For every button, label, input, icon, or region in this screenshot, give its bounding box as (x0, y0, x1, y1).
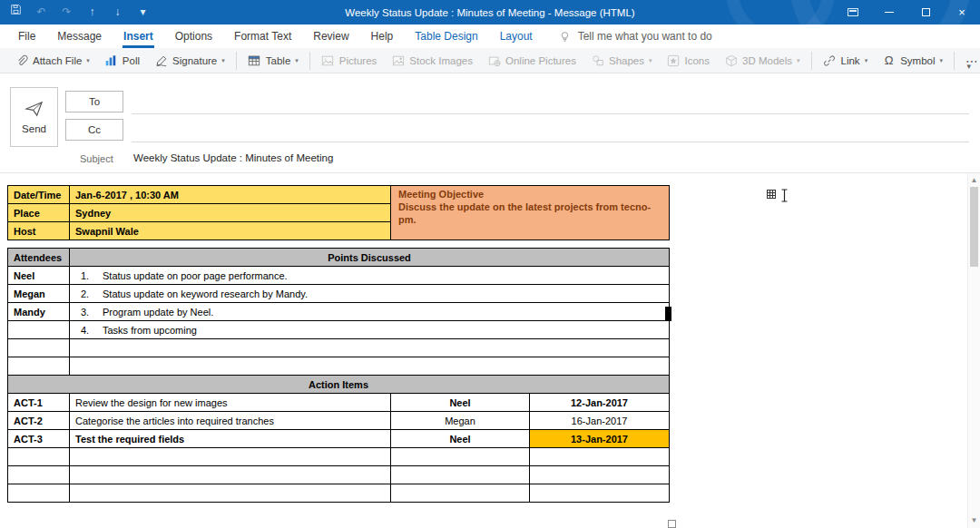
ribbon-poll[interactable]: Poll (97, 49, 147, 73)
scroll-up-icon[interactable]: ▲ (968, 175, 980, 186)
ribbon-display-options-icon[interactable] (835, 0, 871, 24)
next-item-icon[interactable]: ↓ (111, 0, 124, 24)
action-desc-cell[interactable] (70, 448, 391, 466)
point-cell[interactable]: 3.Program update by Neel. (70, 303, 670, 321)
action-items-header-cell[interactable]: Action Items (8, 376, 670, 394)
ribbon-table[interactable]: Table ▾ (240, 49, 306, 73)
action-owner-cell[interactable]: Neel (391, 430, 530, 448)
ribbon-signature[interactable]: Signature ▾ (147, 49, 232, 73)
meeting-objective-cell[interactable]: Meeting Objective Discuss the update on … (391, 186, 670, 240)
ribbon-pictures[interactable]: Pictures (314, 49, 385, 73)
minimize-button[interactable] (871, 0, 907, 24)
attendee-name-cell[interactable]: Mandy (8, 303, 70, 321)
action-id-cell[interactable]: ACT-3 (8, 430, 70, 448)
attendee-name-cell[interactable] (8, 357, 70, 376)
command-label: Stock Images (409, 55, 473, 66)
tab-message[interactable]: Message (46, 24, 113, 48)
points-discussed-header-cell[interactable]: Points Discussed (70, 249, 670, 267)
tab-format-text[interactable]: Format Text (223, 24, 302, 48)
tab-insert[interactable]: Insert (113, 24, 164, 48)
window-controls: × (835, 0, 980, 24)
close-button[interactable]: × (944, 0, 980, 24)
table-border-handle[interactable] (665, 307, 671, 321)
action-owner-cell[interactable]: Neel (391, 394, 530, 412)
info-label-cell[interactable]: Host (8, 222, 70, 240)
tab-table-design[interactable]: Table Design (404, 24, 488, 48)
attendee-name-cell[interactable]: Megan (8, 285, 70, 303)
collapse-ribbon-icon[interactable]: ▾ (966, 62, 971, 71)
action-id-cell[interactable]: ACT-1 (8, 394, 70, 412)
lightbulb-icon (558, 30, 572, 44)
info-value-cell[interactable]: Sydney (70, 204, 391, 222)
cc-button[interactable]: Cc (65, 119, 123, 141)
attendees-header-cell[interactable]: Attendees (8, 249, 70, 267)
tab-file[interactable]: File (7, 24, 46, 48)
action-date-cell[interactable]: 16-Jan-2017 (530, 412, 670, 430)
action-desc-cell[interactable] (70, 466, 391, 484)
point-cell[interactable] (70, 339, 670, 357)
cc-field[interactable] (132, 142, 969, 142)
subject-field[interactable]: Weekly Status Update : Minutes of Meetin… (133, 152, 333, 163)
point-cell[interactable]: 2.Status update on keyword research by M… (70, 285, 670, 303)
action-owner-cell[interactable] (391, 466, 530, 484)
action-id-cell[interactable] (8, 448, 70, 466)
point-cell[interactable]: 4.Tasks from upcoming (70, 321, 670, 339)
action-desc-cell[interactable]: Categorise the articles into required tr… (70, 412, 391, 430)
ribbon-3d-models[interactable]: 3D Models ▾ (717, 49, 807, 73)
to-button[interactable]: To (65, 91, 123, 112)
command-label: Symbol (900, 55, 935, 66)
action-id-cell[interactable]: ACT-2 (8, 412, 70, 430)
undo-icon[interactable]: ↶ (34, 0, 48, 24)
to-field[interactable] (132, 113, 969, 114)
maximize-button[interactable] (907, 0, 944, 24)
tab-help[interactable]: Help (360, 24, 405, 48)
action-date-cell[interactable]: 13-Jan-2017 (530, 430, 670, 448)
action-owner-cell[interactable] (391, 484, 530, 503)
info-label-cell[interactable]: Place (8, 204, 70, 222)
action-date-cell[interactable] (530, 448, 670, 466)
tab-review[interactable]: Review (302, 24, 359, 48)
ribbon-shapes[interactable]: Shapes ▾ (583, 49, 660, 73)
info-value-cell[interactable]: Swapnil Wale (70, 222, 391, 240)
redo-icon[interactable]: ↷ (60, 0, 74, 24)
ribbon-symbol[interactable]: Ω Symbol ▾ (875, 49, 950, 73)
scroll-down-icon[interactable]: ▼ (968, 515, 980, 526)
attendee-name-cell[interactable] (8, 339, 70, 357)
table-resize-handle[interactable] (668, 520, 676, 528)
ribbon-online-pictures[interactable]: Online Pictures (480, 49, 583, 73)
ribbon-attach-file[interactable]: Attach File ▾ (7, 49, 97, 73)
scrollbar-thumb[interactable] (970, 187, 978, 267)
table-row: ACT-1 Review the design for new images N… (8, 394, 670, 412)
action-desc-cell[interactable]: Review the design for new images (70, 394, 391, 412)
action-date-cell[interactable] (530, 466, 670, 484)
info-value-cell[interactable]: Jan-6-2017 , 10:30 AM (70, 186, 391, 204)
point-cell[interactable]: 1.Status update on poor page performance… (70, 267, 670, 285)
action-id-cell[interactable] (8, 466, 70, 484)
ribbon-link[interactable]: Link ▾ (816, 49, 876, 73)
action-id-cell[interactable] (8, 484, 70, 503)
message-body[interactable]: Date/Time Jan-6-2017 , 10:30 AM Meeting … (0, 173, 980, 528)
document-page[interactable]: Date/Time Jan-6-2017 , 10:30 AM Meeting … (7, 185, 679, 503)
point-cell[interactable] (70, 357, 670, 376)
save-icon[interactable] (9, 0, 23, 24)
action-owner-cell[interactable] (391, 448, 530, 466)
info-label-cell[interactable]: Date/Time (8, 186, 70, 204)
action-owner-cell[interactable]: Megan (391, 412, 530, 430)
action-desc-cell[interactable]: Test the required fields (70, 430, 391, 448)
attendee-name-cell[interactable] (8, 321, 70, 339)
chevron-down-icon: ▾ (649, 57, 652, 64)
ribbon-icons[interactable]: Icons (660, 49, 718, 73)
customize-quick-access-icon[interactable]: ▾ (136, 0, 150, 24)
tell-me-box[interactable]: Tell me what you want to do (558, 30, 712, 44)
ribbon-stock-images[interactable]: Stock Images (384, 49, 480, 73)
action-date-cell[interactable]: 12-Jan-2017 (530, 394, 670, 412)
title-bar: ↶ ↷ ↑ ↓ ▾ Weekly Status Update : Minutes… (0, 0, 980, 24)
send-button[interactable]: Send (10, 87, 58, 147)
tab-layout[interactable]: Layout (489, 24, 544, 48)
previous-item-icon[interactable]: ↑ (85, 0, 99, 24)
attendee-name-cell[interactable]: Neel (8, 267, 70, 285)
vertical-scrollbar[interactable]: ▲ ▼ (967, 173, 980, 528)
action-date-cell[interactable] (530, 484, 670, 503)
tab-options[interactable]: Options (164, 24, 223, 48)
action-desc-cell[interactable] (70, 484, 391, 503)
